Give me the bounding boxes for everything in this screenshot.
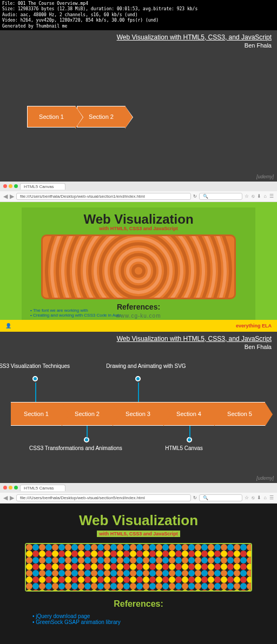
section-chevron: Section 2 xyxy=(77,106,126,128)
udemy-watermark: [udemy] xyxy=(256,475,274,481)
reference-links: The font we are working with Creating an… xyxy=(30,308,121,318)
close-icon[interactable] xyxy=(3,486,7,489)
search-input[interactable]: 🔍 xyxy=(199,193,242,200)
maximize-icon[interactable] xyxy=(14,486,18,489)
connector-line xyxy=(138,383,139,402)
connector-line xyxy=(35,383,36,402)
meta-line: Video: h264, yuv420p, 1280x720, 854 kb/s… xyxy=(2,18,275,23)
reload-icon[interactable]: ↻ xyxy=(193,194,197,199)
section-label: Section 2 xyxy=(89,113,114,120)
section-label: Section 1 xyxy=(24,411,49,417)
reference-links: jQuery download page GreenSock GSAP anim… xyxy=(32,613,255,625)
section-chevron: Section 3 xyxy=(113,402,163,426)
topic-label: Drawing and Animating with SVG xyxy=(97,363,195,369)
back-icon[interactable]: ◀ xyxy=(3,193,8,200)
reference-link[interactable]: Creating and working with CSS3 Code in A… xyxy=(30,313,121,318)
dark-card: Web Visualization with HTML5, CSS3 and J… xyxy=(22,512,255,625)
home-icon[interactable]: ⌂ xyxy=(264,495,267,500)
meta-line: Audio: aac, 48000 Hz, 2 channels, s16, 6… xyxy=(2,12,275,18)
browser-toolbar: ◀ ▶ file:///Users/benfhala/Desktop/web-v… xyxy=(0,493,277,504)
topic-label: HTML5 Canvas xyxy=(151,445,216,451)
toolbar-icons: ☆ ⎋ ⬇ ⌂ ☰ xyxy=(245,495,274,500)
slide-title-block: Web Visualization with HTML5, CSS3, and … xyxy=(117,335,272,350)
download-icon[interactable]: ⬇ xyxy=(257,193,261,199)
minimize-icon[interactable] xyxy=(9,486,12,489)
url-input[interactable]: file:///Users/benfhala/Desktop/web-visua… xyxy=(16,494,191,501)
section-label: Section 4 xyxy=(176,411,201,417)
menu-icon[interactable]: ☰ xyxy=(269,495,274,500)
section-chevron: Section 4 xyxy=(163,402,214,426)
maximize-icon[interactable] xyxy=(14,184,18,188)
browser-window-1: HTML5 Canvas ◀ ▶ file:///Users/benfhala/… xyxy=(0,182,277,332)
forward-icon[interactable]: ▶ xyxy=(10,494,14,501)
slide-title-block: Web Visualization with HTML5, CSS3, and … xyxy=(117,33,272,49)
browser-tab[interactable]: HTML5 Canvas xyxy=(20,485,65,491)
reference-link[interactable]: GreenSock GSAP animation library xyxy=(32,619,255,625)
page-title: Web Visualization xyxy=(22,512,255,529)
svg-point-4 xyxy=(111,244,166,298)
page-title: Web Visualization xyxy=(32,212,245,227)
traffic-lights[interactable] xyxy=(3,486,18,489)
node-icon xyxy=(187,437,192,442)
share-icon[interactable]: ⎋ xyxy=(252,495,254,500)
browser-tabbar: HTML5 Canvas xyxy=(0,182,277,191)
brand-label: everything ELA xyxy=(236,323,272,328)
download-icon[interactable]: ⬇ xyxy=(257,495,261,500)
back-icon[interactable]: ◀ xyxy=(3,494,8,501)
minimize-icon[interactable] xyxy=(9,184,12,188)
url-input[interactable]: file:///Users/benfhala/Desktop/web-visua… xyxy=(16,193,191,200)
meta-line: Generated by Thumbnail me xyxy=(2,24,275,29)
footer-icon: 👤 xyxy=(5,323,11,328)
page-subtitle: with HTML5, CSS3 and JavaScript xyxy=(97,531,180,537)
section-chevron: Section 5 xyxy=(214,402,265,426)
section-label: Section 5 xyxy=(227,411,252,417)
home-icon[interactable]: ⌂ xyxy=(264,193,267,199)
slide-panel-3: Web Visualization with HTML5, CSS3, and … xyxy=(0,332,277,483)
references-heading: References: xyxy=(22,599,255,609)
node-icon xyxy=(84,437,89,442)
bookmark-icon[interactable]: ☆ xyxy=(245,193,249,199)
page-content-green: Web Visualization with HTML5, CSS3 and J… xyxy=(0,202,277,332)
slide-panel-1: Web Visualization with HTML5, CSS3, and … xyxy=(0,30,277,182)
browser-tab[interactable]: HTML5 Canvas xyxy=(20,183,65,190)
file-metadata: File: 001 The Course Overview.mp4 Size: … xyxy=(0,0,277,30)
page-subtitle: with HTML5, CSS3 and JavaScript xyxy=(32,226,245,231)
topic-label: CSS3 Visualization Techniques xyxy=(0,363,81,369)
forward-icon[interactable]: ▶ xyxy=(10,193,14,200)
yellow-footer: 👤 everything ELA xyxy=(0,320,277,332)
section-chevron: Section 1 xyxy=(11,402,62,426)
meta-line: Size: 12983376 bytes (12.38 MiB), durati… xyxy=(2,6,275,12)
section-chevron: Section 1 xyxy=(27,106,76,128)
udemy-watermark: [udemy] xyxy=(256,174,274,179)
browser-tabbar: HTML5 Canvas xyxy=(0,483,277,493)
reference-link[interactable]: The font we are working with xyxy=(30,308,121,313)
connector-line xyxy=(189,426,190,438)
reference-link[interactable]: jQuery download page xyxy=(32,613,255,619)
section-chevrons: Section 1 Section 2 Section 3 Section 4 … xyxy=(11,402,265,426)
section-chevrons: Section 1 Section 2 xyxy=(27,106,126,128)
bookmark-icon[interactable]: ☆ xyxy=(245,495,249,500)
traffic-lights[interactable] xyxy=(3,184,18,188)
slide-author: Ben Fhala xyxy=(117,344,272,350)
concentric-rings-graphic xyxy=(41,234,236,299)
browser-window-2: HTML5 Canvas ◀ ▶ file:///Users/benfhala/… xyxy=(0,483,277,644)
meta-line: File: 001 The Course Overview.mp4 xyxy=(2,1,275,6)
node-icon xyxy=(32,376,38,381)
slide-title: Web Visualization with HTML5, CSS3, and … xyxy=(117,33,272,41)
browser-toolbar: ◀ ▶ file:///Users/benfhala/Desktop/web-v… xyxy=(0,191,277,202)
menu-icon[interactable]: ☰ xyxy=(269,193,274,199)
section-label: Section 1 xyxy=(39,113,64,120)
node-icon xyxy=(135,376,141,381)
share-icon[interactable]: ⎋ xyxy=(252,193,254,199)
close-icon[interactable] xyxy=(3,184,7,188)
connector-line xyxy=(87,426,88,438)
page-content-dark: Web Visualization with HTML5, CSS3 and J… xyxy=(0,504,277,644)
slide-author: Ben Fhala xyxy=(117,42,272,49)
search-input[interactable]: 🔍 xyxy=(199,494,242,501)
mosaic-graphic xyxy=(25,543,252,592)
topic-label: CSS3 Transformations and Animations xyxy=(22,445,130,451)
section-chevron: Section 2 xyxy=(62,402,113,426)
section-label: Section 2 xyxy=(75,411,100,417)
svg-point-1 xyxy=(128,260,149,281)
reload-icon[interactable]: ↻ xyxy=(193,495,197,500)
